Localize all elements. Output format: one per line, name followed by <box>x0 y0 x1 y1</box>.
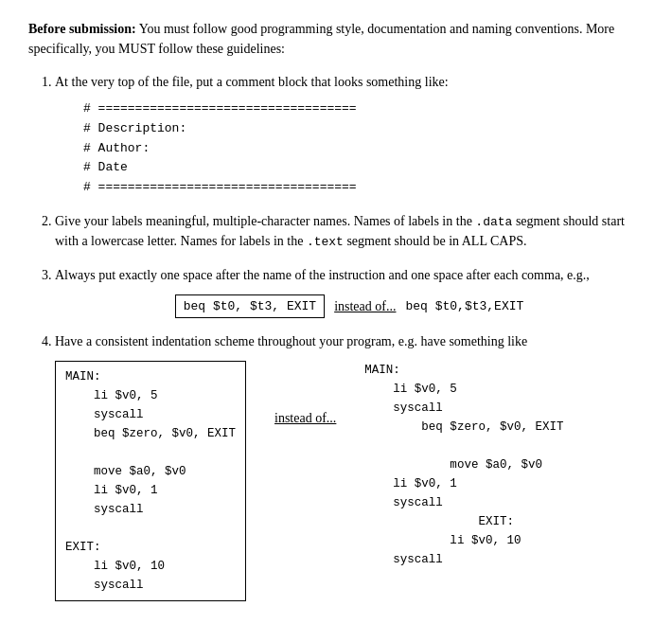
item3-example: beq $t0, $t3, EXIT instead of... beq $t0… <box>55 294 644 319</box>
item4-example: MAIN: li $v0, 5 syscall beq $zero, $v0, … <box>55 361 644 601</box>
item2-text-before: Give your labels meaningful, multiple-ch… <box>55 214 475 228</box>
instead-link-4[interactable]: instead of... <box>274 408 336 428</box>
code-line-5: # =================================== <box>83 178 644 198</box>
instead-link-3[interactable]: instead of... <box>334 296 396 316</box>
list-item-3: Always put exactly one space after the n… <box>55 265 644 319</box>
header-label: Before submission: <box>28 22 136 36</box>
data-keyword: .data <box>475 215 512 229</box>
code-line-2: # Description: <box>83 119 644 139</box>
guidelines-list: At the very top of the file, put a comme… <box>28 72 644 601</box>
code-line-1: # =================================== <box>83 99 644 119</box>
code-line-3: # Author: <box>83 139 644 159</box>
left-code-box: MAIN: li $v0, 5 syscall beq $zero, $v0, … <box>55 361 246 601</box>
code-line-4: # Date <box>83 158 644 178</box>
instead-column: instead of... <box>274 361 336 428</box>
header-section: Before submission: You must follow good … <box>28 19 644 59</box>
boxed-code-example: beq $t0, $t3, EXIT <box>175 294 325 319</box>
item1-code: # =================================== # … <box>83 99 644 198</box>
page-content: Before submission: You must follow good … <box>28 19 644 601</box>
list-item-1: At the very top of the file, put a comme… <box>55 72 644 198</box>
item1-text: At the very top of the file, put a comme… <box>55 75 449 89</box>
list-item-2: Give your labels meaningful, multiple-ch… <box>55 211 644 252</box>
right-code-block: MAIN: li $v0, 5 syscall beq $zero, $v0, … <box>364 361 563 569</box>
text-keyword: .text <box>307 235 344 249</box>
item3-text: Always put exactly one space after the n… <box>55 268 590 282</box>
item2-text-after: segment should be in ALL CAPS. <box>344 234 527 248</box>
plain-code-example: beq $t0,$t3,EXIT <box>405 297 523 316</box>
list-item-4: Have a consistent indentation scheme thr… <box>55 331 644 601</box>
item4-text: Have a consistent indentation scheme thr… <box>55 334 527 348</box>
